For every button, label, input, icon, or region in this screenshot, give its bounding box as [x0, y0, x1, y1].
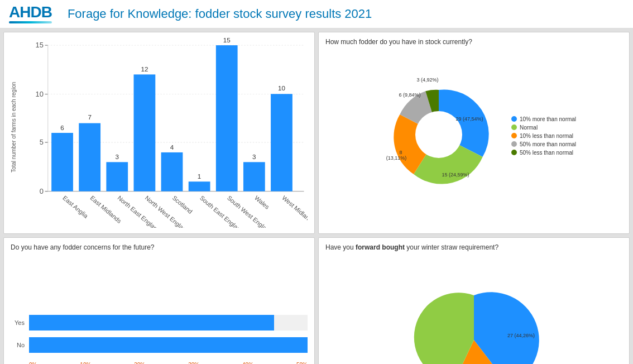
bar-west-midlands: [271, 94, 292, 191]
legend-dot-5: [511, 150, 517, 155]
straw-pie-svg-area: 27 (44,26%) 9 (14,75%) 25 (40,98%): [407, 281, 541, 364]
x-tick-0: 0%: [29, 362, 37, 364]
fodder-pie-svg-area: 29 (47,54%) 15 (24,59%) 8 (13,11%) 6 (9,…: [372, 73, 506, 198]
svg-text:10: 10: [36, 90, 44, 98]
legend-dot-1: [511, 116, 517, 122]
legend-item-5: 50% less than normal: [511, 150, 576, 156]
x-tick-4: 40%: [242, 362, 253, 364]
x-tick-2: 20%: [134, 362, 145, 364]
x-tick-1: 10%: [80, 362, 91, 364]
legend-item-2: Normal: [511, 124, 576, 131]
straw-seg-some: [414, 293, 474, 364]
bar-chart-svg: 0 5 10 15 6: [19, 38, 308, 228]
bar-north-east-england: [106, 162, 128, 191]
hbar-chart-container: Yes No 0% 10% 20% 30% 40% 50%: [11, 255, 308, 364]
straw-pie-svg: 27 (44,26%) 9 (14,75%) 25 (40,98%): [407, 281, 541, 364]
fodder-stock-title: How much fodder do you have in stock cur…: [325, 38, 622, 46]
svg-text:West Midlands: West Midlands: [281, 194, 308, 226]
legend-label-5: 50% less than normal: [520, 150, 573, 156]
donut-hole: [415, 111, 462, 158]
legend-dot-2: [511, 124, 517, 130]
svg-text:4: 4: [170, 143, 174, 151]
hbar-label-yes: Yes: [11, 319, 25, 326]
hbar-x-axis: 0% 10% 20% 30% 40% 50%: [11, 362, 308, 364]
bar-south-west-england: [216, 45, 238, 191]
svg-text:East Anglia: East Anglia: [61, 194, 89, 220]
bar-scotland: [161, 152, 183, 191]
page-title: Forage for Knowledge: fodder stock surve…: [68, 7, 372, 21]
pie-label-3: 8: [399, 150, 402, 155]
svg-text:1: 1: [198, 173, 201, 180]
fodder-pie-container: 29 (47,54%) 15 (24,59%) 8 (13,11%) 6 (9,…: [325, 49, 622, 222]
svg-text:Wales: Wales: [253, 194, 271, 210]
logo-underline: [9, 21, 52, 23]
pie-label-4: 6 (9,84%): [399, 92, 420, 98]
legend-item-3: 10% less than normal: [511, 133, 576, 139]
hbar-label-no: No: [11, 342, 25, 348]
svg-text:Scotland: Scotland: [171, 194, 194, 215]
y-axis-label: Total number of farms in each region: [11, 38, 17, 217]
hbar-track-no: [29, 337, 308, 353]
legend-dot-3: [511, 133, 517, 138]
straw-panel: Have you forward bought your winter stra…: [318, 237, 630, 364]
hbar-row-yes: Yes: [11, 315, 308, 331]
fodder-legend: 10% more than normal Normal 10% less tha…: [511, 116, 576, 156]
svg-text:3: 3: [252, 153, 256, 160]
x-tick-3: 30%: [188, 362, 199, 364]
svg-text:5: 5: [40, 138, 44, 146]
bar-east-midlands: [79, 123, 100, 191]
svg-text:10: 10: [278, 84, 285, 92]
legend-label-2: Normal: [520, 124, 538, 131]
legend-label-3: 10% less than normal: [520, 133, 573, 139]
concerns-panel: Do you have any fodder concerns for the …: [3, 237, 315, 364]
svg-text:3: 3: [116, 153, 119, 160]
pie-label-2: 15 (24,59%): [442, 172, 469, 178]
pie-label-1: 29 (47,54%): [455, 116, 483, 122]
pie-label-5: 3 (4,92%): [416, 77, 438, 83]
legend-item-1: 10% more than normal: [511, 116, 576, 122]
hbar-track-yes: [29, 315, 308, 331]
bar-north-west-england: [134, 74, 156, 191]
straw-pie-container: 27 (44,26%) 9 (14,75%) 25 (40,98%) No Ye…: [325, 255, 622, 364]
bar-east-anglia: [51, 133, 73, 191]
legend-dot-4: [511, 141, 517, 147]
bar-chart-panel: Total number of farms in each region 0 5…: [3, 32, 315, 234]
straw-label-no: 27 (44,26%): [507, 333, 535, 338]
straw-title: Have you forward bought your winter stra…: [325, 243, 622, 251]
svg-text:6: 6: [60, 124, 64, 131]
bar-south-east-england: [189, 181, 210, 191]
svg-text:7: 7: [88, 113, 91, 121]
hbar-row-no: No: [11, 337, 308, 353]
bar-wales: [243, 162, 265, 191]
bar-chart-inner: 0 5 10 15 6: [19, 38, 308, 217]
main-content: Total number of farms in each region 0 5…: [0, 28, 633, 364]
bar-chart-svg-area: 0 5 10 15 6: [19, 38, 308, 228]
fodder-stock-panel: How much fodder do you have in stock cur…: [318, 32, 630, 234]
header: AHDB Forage for Knowledge: fodder stock …: [0, 0, 633, 28]
svg-text:12: 12: [141, 65, 148, 73]
fodder-pie-svg: 29 (47,54%) 15 (24,59%) 8 (13,11%) 6 (9,…: [372, 73, 506, 196]
svg-text:15: 15: [223, 38, 231, 44]
legend-label-4: 50% more than normal: [520, 141, 576, 147]
svg-text:South East England: South East England: [199, 194, 244, 228]
logo-ahdb: AHDB: [9, 4, 52, 23]
x-tick-5: 50%: [296, 362, 308, 364]
hbar-fill-yes: [29, 315, 274, 331]
legend-label-1: 10% more than normal: [520, 116, 576, 122]
logo-container: AHDB: [9, 4, 52, 23]
hbar-fill-no: [29, 337, 308, 353]
svg-text:15: 15: [36, 41, 44, 49]
bar-chart-container: Total number of farms in each region 0 5…: [11, 38, 308, 217]
svg-text:0: 0: [40, 187, 44, 195]
pie-label-3b: (13,11%): [386, 155, 407, 161]
legend-item-4: 50% more than normal: [511, 141, 576, 147]
concerns-title: Do you have any fodder concerns for the …: [11, 243, 308, 251]
